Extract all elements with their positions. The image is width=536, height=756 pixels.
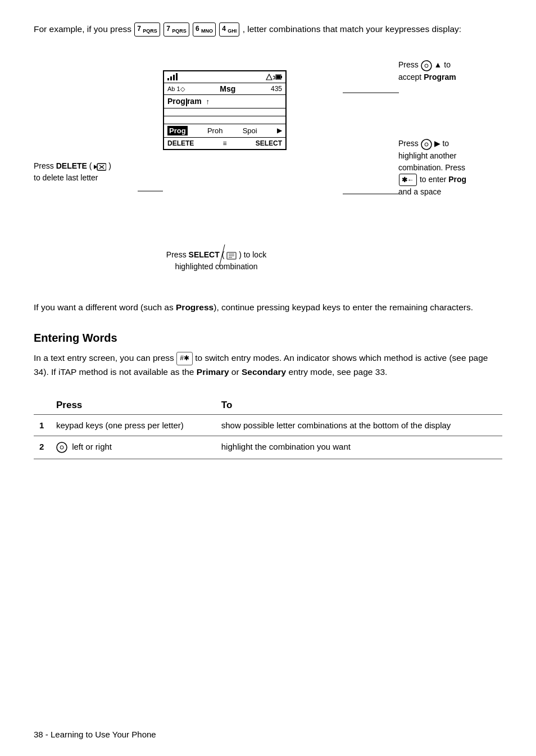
callout-select-paren-close: ) to lock — [239, 250, 266, 259]
key-badge-1: 7 PQRS — [134, 22, 160, 37]
svg-marker-16 — [94, 165, 97, 169]
diagram-section: Ab 1◇ Msg 435 Program ↑ Prog Proh Spoi ▶… — [34, 48, 502, 284]
secondary-word: Secondary — [242, 367, 286, 377]
entering-para: In a text entry screen, you can press #✱… — [34, 351, 502, 379]
callout-highlight-line4: and a space — [398, 187, 441, 196]
svg-rect-4 — [167, 78, 169, 80]
row-1-to: show possible letter combinations at the… — [216, 414, 502, 436]
col-press-label: Press — [51, 396, 216, 415]
menu-icon: ≡ — [222, 139, 226, 147]
word-proh: Proh — [207, 126, 222, 135]
primary-word: Primary — [197, 367, 229, 377]
svg-rect-6 — [173, 75, 175, 80]
word-arrow-right: ▶ — [277, 126, 282, 134]
svg-point-24 — [57, 442, 67, 452]
callout-highlight-to: to — [442, 139, 449, 148]
row-2-press-text: left or right — [72, 442, 112, 451]
intro-text-2: , letter combinations that match your ke… — [243, 24, 461, 34]
svg-marker-8 — [266, 74, 272, 80]
svg-rect-5 — [170, 76, 172, 80]
continue-text-1: If you want a different word (such as Pr… — [34, 302, 473, 312]
nav-icon-highlight — [421, 139, 432, 150]
delete-label: DELETE — [167, 139, 194, 147]
signal-icon — [167, 73, 180, 82]
row-1-press: keypad keys (one press per letter) — [51, 414, 216, 436]
up-arrow-callout: ▲ — [434, 60, 444, 69]
right-arrow-callout: ▶ — [434, 139, 443, 148]
callout-highlight-line2: combination. Press — [398, 163, 465, 172]
svg-rect-11 — [276, 75, 280, 79]
callout-accept-word: Program — [424, 73, 456, 82]
select-icon-svg — [226, 252, 237, 260]
screen-blank-row-2 — [164, 116, 285, 124]
col-to-label: To — [216, 396, 502, 415]
col-press-header — [34, 396, 51, 415]
svg-point-13 — [425, 64, 428, 67]
key-badge-2: 7 PQRS — [163, 22, 189, 37]
ab-label: Ab 1◇ — [167, 85, 185, 93]
page-footer: 38 - Learning to Use Your Phone — [34, 730, 156, 739]
callout-accept-to: to — [444, 60, 451, 69]
row-1-press-text: keypad keys (one press per letter) — [56, 420, 184, 430]
row-2-num: 2 — [34, 436, 51, 459]
intro-text-1: For example, if you press — [34, 24, 134, 34]
svg-point-15 — [425, 143, 428, 146]
screen-info-row: Ab 1◇ Msg 435 — [164, 83, 285, 95]
select-label: SELECT — [256, 139, 282, 147]
row-1-num: 1 — [34, 414, 51, 436]
svg-point-12 — [421, 61, 431, 71]
entering-text-3: entry mode, see page 33. — [289, 367, 388, 377]
section-title: Entering Words — [34, 332, 502, 345]
callout-highlight-press: Press — [398, 139, 421, 148]
callout-delete-press: Press DELETE ( — [34, 161, 92, 170]
row-2-to: highlight the combination you want — [216, 436, 502, 459]
word-spoi: Spoi — [243, 126, 257, 135]
callout-select: Press SELECT ( ) to lock highlighted com… — [146, 249, 287, 273]
msg-label: Msg — [220, 84, 235, 93]
callout-delete-line2: to delete last letter — [34, 173, 98, 182]
svg-rect-7 — [176, 73, 178, 80]
star-key-badge: ✱← — [399, 174, 417, 186]
callout-highlight: Press ▶ to highlight another combination… — [398, 138, 502, 198]
phone-screen: Ab 1◇ Msg 435 Program ↑ Prog Proh Spoi ▶… — [163, 70, 287, 150]
delete-icon-svg — [94, 162, 106, 171]
screen-bottom-bar: DELETE ≡ SELECT — [164, 138, 285, 149]
intro-paragraph: For example, if you press 7 PQRS 7 PQRS … — [34, 22, 502, 37]
entering-text-1: In a text entry screen, you can press — [34, 353, 174, 363]
screen-status-bar — [164, 71, 285, 83]
screen-input-row: Program ↑ — [164, 95, 285, 108]
callout-delete-key: DELETE — [56, 161, 87, 170]
up-arrow: ↑ — [206, 97, 210, 106]
nav-icon-table — [56, 442, 67, 453]
callout-accept-action: accept Program — [398, 73, 456, 82]
row-2-press: left or right — [51, 436, 216, 459]
or-word: or — [231, 367, 239, 377]
callout-select-line2: highlighted combination — [175, 262, 257, 271]
progress-word: Progress — [176, 302, 214, 312]
callout-select-text: Press SELECT ( — [166, 250, 224, 259]
callout-delete-paren-close: ) — [108, 161, 111, 170]
press-table: Press To 1 keypad keys (one press per le… — [34, 396, 502, 459]
svg-point-14 — [421, 139, 431, 150]
num-label: 435 — [271, 85, 282, 93]
callout-accept-press: Press — [398, 60, 421, 69]
footer-text: 38 - Learning to Use Your Phone — [34, 730, 156, 739]
callout-select-key: SELECT — [189, 250, 220, 259]
table-row-2: 2 left or right highlight the combinatio… — [34, 436, 502, 459]
highlighted-prog: Prog — [167, 126, 188, 135]
callout-delete: Press DELETE ( ) to delete last letter — [34, 160, 138, 184]
table-row-1: 1 keypad keys (one press per letter) sho… — [34, 414, 502, 436]
screen-blank-row-1 — [164, 108, 285, 116]
continue-para: If you want a different word (such as Pr… — [34, 301, 502, 315]
svg-rect-10 — [281, 76, 282, 78]
hash-key-badge: #✱ — [176, 352, 193, 365]
key-badge-3: 6 MNO — [193, 22, 216, 37]
screen-icons-right — [265, 73, 282, 81]
text-cursor — [186, 98, 187, 106]
key-badge-4: 4 GHI — [219, 22, 239, 37]
callout-accept: Press ▲ to accept Program — [398, 59, 502, 83]
screen-word-row: Prog Proh Spoi ▶ — [164, 124, 285, 138]
callout-highlight-line1: highlight another — [398, 151, 457, 160]
callout-highlight-word: Prog — [448, 175, 466, 184]
callout-highlight-line3: to enter Prog — [420, 175, 466, 184]
